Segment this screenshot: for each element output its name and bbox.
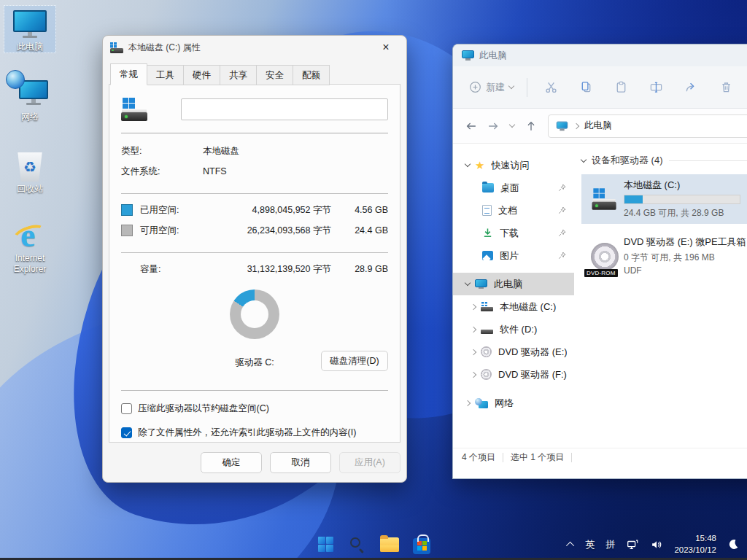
drive-free-info: 0 字节 可用, 共 196 MB (624, 252, 747, 264)
search-button[interactable] (341, 531, 374, 558)
forward-button[interactable] (482, 120, 504, 133)
group-header-devices[interactable]: 设备和驱动器 (4) (581, 154, 747, 167)
share-button[interactable] (673, 80, 708, 94)
index-checkbox-label: 除了文件属性外，还允许索引此驱动器上文件的内容(I) (138, 427, 356, 439)
folder-icon (380, 537, 399, 552)
desktop-icon-recycle-bin[interactable]: ♻ 回收站 (4, 148, 55, 195)
file-explorer-button[interactable] (374, 531, 406, 558)
disk-cleanup-button[interactable]: 磁盘清理(D) (321, 351, 388, 371)
free-space-label: 可用空间: (140, 225, 203, 237)
used-space-swatch (121, 204, 133, 216)
ime-english-indicator[interactable]: 英 (585, 538, 595, 551)
sidebar-item-network[interactable]: 网络 (453, 392, 574, 414)
chevron-right-icon (573, 122, 579, 128)
filesystem-label: 文件系统: (121, 166, 184, 178)
compress-checkbox[interactable] (121, 403, 132, 414)
arrow-up-icon (525, 120, 538, 133)
up-button[interactable] (520, 120, 542, 133)
taskbar-clock[interactable]: 15:48 2023/10/12 (674, 533, 716, 556)
sidebar-item-documents[interactable]: 文档 (453, 199, 574, 222)
desktop-icon-this-pc[interactable]: 此电脑 (4, 6, 55, 52)
drive-name: DVD 驱动器 (E:) 微PE工具箱 (624, 236, 747, 249)
explorer-titlebar[interactable]: 此电脑 (453, 44, 747, 66)
drive-filesystem: UDF (624, 265, 747, 277)
chevron-down-icon (508, 83, 514, 89)
index-checkbox[interactable] (121, 427, 132, 438)
used-space-bytes: 4,898,045,952 字节 (203, 204, 341, 217)
ime-pinyin-indicator[interactable]: 拼 (605, 538, 615, 551)
chevron-down-icon (465, 161, 471, 167)
explorer-toolbar: 新建 (453, 66, 747, 109)
share-icon (684, 80, 698, 94)
new-button[interactable]: 新建 (462, 81, 521, 94)
cut-icon (544, 80, 558, 94)
drive-item-local-disk-c[interactable]: 本地磁盘 (C:) 24.4 GB 可用, 共 28.9 GB (581, 174, 747, 224)
delete-button[interactable] (708, 80, 743, 94)
sidebar-item-downloads[interactable]: 下载 (453, 222, 574, 244)
tab-security[interactable]: 安全 (256, 65, 293, 85)
tab-hardware[interactable]: 硬件 (183, 65, 220, 85)
ok-button[interactable]: 确定 (201, 452, 262, 473)
recent-locations-button[interactable] (504, 125, 520, 127)
breadcrumb[interactable]: 此电脑 (548, 114, 747, 138)
desktop-icon-internet-explorer[interactable]: e Internet Explorer (4, 217, 55, 275)
sidebar-item-local-disk-c[interactable]: 本地磁盘 (C:) (453, 295, 574, 318)
breadcrumb-this-pc[interactable]: 此电脑 (584, 120, 612, 132)
copy-button[interactable] (568, 80, 603, 94)
drive-icon (481, 324, 493, 334)
sidebar-item-dvd-e[interactable]: DVD 驱动器 (E:) 微PE工具箱 (453, 341, 574, 363)
sidebar-item-desktop[interactable]: 桌面 (453, 176, 574, 199)
arrow-right-icon (487, 120, 500, 133)
cancel-button[interactable]: 取消 (270, 452, 331, 473)
desktop-folder-icon (482, 183, 494, 192)
drive-name: 本地磁盘 (C:) (624, 179, 747, 192)
type-label: 类型: (121, 145, 184, 158)
volume-tray-icon[interactable] (650, 538, 663, 551)
paste-icon (614, 80, 628, 94)
compress-checkbox-row[interactable]: 压缩此驱动器以节约磁盘空间(C) (121, 402, 388, 415)
close-icon[interactable]: × (373, 38, 399, 57)
start-button[interactable] (309, 531, 341, 558)
this-pc-icon (557, 121, 568, 131)
index-checkbox-row[interactable]: 除了文件属性外，还允许索引此驱动器上文件的内容(I) (121, 427, 388, 439)
pin-icon (557, 183, 567, 192)
sidebar-item-dvd-f[interactable]: DVD 驱动器 (F:) (453, 363, 574, 386)
drive-item-dvd-e[interactable]: DVD-ROM DVD 驱动器 (E:) 微PE工具箱 0 字节 可用, 共 1… (581, 231, 747, 281)
sidebar-item-quick-access[interactable]: ★ 快速访问 (453, 154, 574, 176)
copy-icon (579, 80, 593, 94)
toolbar-divider (527, 78, 527, 97)
rename-button[interactable] (638, 80, 673, 94)
volume-label-input[interactable] (181, 98, 388, 120)
microsoft-store-button[interactable] (406, 531, 438, 558)
hidden-icons-chevron-icon[interactable] (566, 541, 574, 549)
tab-tools[interactable]: 工具 (147, 65, 184, 85)
tab-general[interactable]: 常规 (110, 63, 147, 85)
dialog-title: 本地磁盘 (C:) 属性 (128, 42, 373, 54)
cut-button[interactable] (533, 80, 568, 94)
explorer-status-bar: 4 个项目 选中 1 个项目 (453, 448, 747, 467)
disk-usage-donut-chart (230, 289, 279, 339)
paste-button[interactable] (603, 80, 638, 94)
network-tray-icon[interactable] (626, 538, 639, 551)
chevron-right-icon (471, 326, 476, 332)
desktop-icon-network[interactable]: 网络 (4, 76, 55, 122)
compress-checkbox-label: 压缩此驱动器以节约磁盘空间(C) (138, 402, 269, 415)
back-button[interactable] (460, 120, 482, 133)
arrow-left-icon (465, 120, 478, 133)
store-icon (413, 538, 430, 554)
apply-button[interactable]: 应用(A) (339, 452, 400, 473)
desktop-icon-label: 回收站 (4, 184, 55, 195)
rename-icon (649, 80, 663, 94)
taskbar: 英 拼 15:48 2023/10/12 (0, 531, 747, 560)
tab-sharing[interactable]: 共享 (220, 65, 257, 85)
status-divider (503, 453, 503, 462)
sidebar-item-this-pc[interactable]: 此电脑 (453, 273, 574, 295)
sidebar-item-drive-d[interactable]: 软件 (D:) (453, 318, 574, 341)
chevron-right-icon (471, 349, 476, 354)
do-not-disturb-moon-icon[interactable] (727, 538, 740, 551)
dialog-titlebar[interactable]: 本地磁盘 (C:) 属性 × (103, 36, 406, 59)
sidebar-item-pictures[interactable]: 图片 (453, 244, 574, 267)
drive-icon (121, 98, 149, 121)
tab-quota[interactable]: 配额 (293, 65, 330, 85)
desktop-icon-label: 网络 (4, 112, 55, 122)
